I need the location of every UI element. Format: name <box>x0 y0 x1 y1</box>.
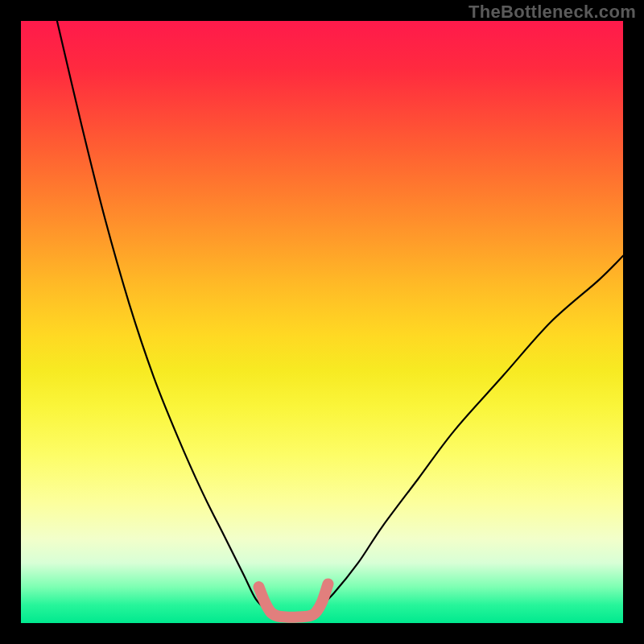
chart-frame: TheBottleneck.com <box>0 0 644 644</box>
watermark-text: TheBottleneck.com <box>469 2 636 23</box>
plot-area <box>21 21 623 623</box>
curve-layer <box>21 21 623 623</box>
curve-left-path <box>57 21 268 611</box>
valley-highlight-path <box>259 584 328 617</box>
curve-right-path <box>316 256 624 611</box>
